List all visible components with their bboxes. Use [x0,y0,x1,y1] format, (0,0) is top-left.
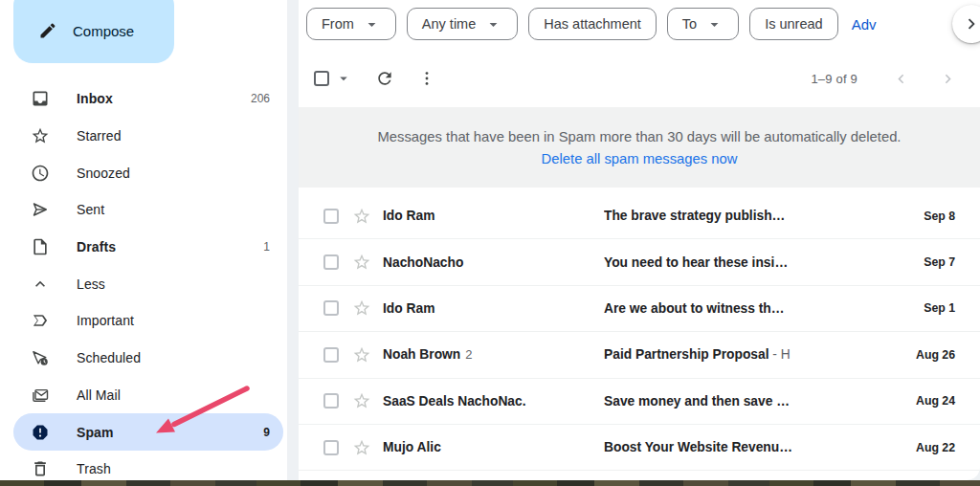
caret-down-icon [363,15,381,33]
email-subject: Save money and then save … [604,394,790,409]
refresh-icon[interactable] [375,69,394,88]
star-icon[interactable] [352,391,371,410]
select-checkbox[interactable] [323,347,339,363]
select-checkbox[interactable] [323,440,339,455]
email-row[interactable]: Mujo Alic Boost Your Website Revenu… Aug… [299,425,980,471]
sidebar-nav: Inbox 206 Starred Snoozed Sent Drafts 1 … [0,80,287,480]
send-icon [31,200,50,219]
star-icon [31,126,50,145]
chevron-right-icon [961,13,980,34]
sender-name: SaaS Deals NachoNac. [383,394,526,409]
caret-down-icon [705,15,724,33]
email-date: Aug 24 [900,394,955,408]
schedule-send-icon [31,348,50,367]
chips-scroll-button[interactable] [952,5,980,43]
star-icon[interactable] [352,438,371,457]
filter-chip-is-unread[interactable]: Is unread [749,8,837,40]
filter-chip-has-attachment[interactable]: Has attachment [528,8,657,40]
sidebar-item-sent[interactable]: Sent [13,191,283,229]
select-checkbox[interactable] [323,209,339,224]
pencil-icon [38,21,57,40]
chevron-left-icon[interactable] [892,70,910,88]
sidebar-item-all-mail[interactable]: All Mail [13,377,283,414]
item-count: 9 [263,426,270,439]
select-all-checkbox[interactable] [314,71,329,86]
spam-info-banner: Messages that have been in Spam more tha… [299,107,980,188]
item-count: 206 [251,92,270,105]
desktop-wallpaper-strip [0,480,980,486]
email-date: Aug 26 [900,348,955,362]
gmail-sidebar: Compose Inbox 206 Starred Snoozed Sent D… [0,0,287,480]
email-list: Ido Ram The brave strategy publish… Sep … [299,193,980,471]
email-subject: Paid Partnership Proposal [604,347,769,362]
compose-label: Compose [73,11,134,39]
sidebar-item-snoozed[interactable]: Snoozed [13,154,283,191]
filter-chip-any-time[interactable]: Any time [407,8,518,40]
email-row[interactable]: NachoNacho You need to hear these insi… … [299,239,980,285]
label-important-icon [31,311,50,330]
sidebar-item-scheduled[interactable]: Scheduled [13,340,283,377]
caret-down-icon[interactable] [335,70,352,87]
sidebar-item-important[interactable]: Important [13,302,283,340]
sidebar-main-divider [287,0,299,480]
filter-chip-to[interactable]: To [667,8,739,40]
sidebar-item-trash[interactable]: Trash [13,451,283,480]
sidebar-item-starred[interactable]: Starred [13,118,283,155]
sender-name: Mujo Alic [383,440,441,454]
sidebar-item-inbox[interactable]: Inbox 206 [13,80,283,118]
email-date: Sep 7 [900,255,955,269]
thread-count: 2 [465,347,472,362]
sidebar-item-spam[interactable]: Spam 9 [13,413,283,451]
filter-chip-from[interactable]: From [306,8,396,40]
select-checkbox[interactable] [323,393,339,409]
email-row[interactable]: Ido Ram The brave strategy publish… Sep … [299,193,980,239]
chevron-right-icon[interactable] [939,70,957,88]
delete-all-spam-link[interactable]: Delete all spam messages now [542,151,738,166]
email-subject: Boost Your Website Revenu… [604,440,792,454]
compose-button[interactable]: Compose [13,0,174,63]
star-icon[interactable] [352,253,371,272]
advanced-search-link[interactable]: Adv [852,16,877,33]
email-date: Aug 22 [900,441,955,454]
sender-name: NachoNacho [383,255,463,270]
spam-icon [31,423,50,442]
search-filter-chips: From Any time Has attachment To Is unrea… [299,0,980,40]
more-vert-icon[interactable] [417,69,436,88]
item-count: 1 [263,240,270,254]
sender-name: Ido Ram [383,301,434,316]
chevron-up-icon [31,275,50,294]
email-row[interactable]: Ido Ram Are we about to witness th… Sep … [299,286,980,332]
email-date: Sep 8 [900,210,955,223]
sender-name: Noah Brown [383,347,460,362]
email-subject: Are we about to witness th… [604,301,785,316]
select-checkbox[interactable] [323,254,339,270]
star-icon[interactable] [352,298,371,318]
list-toolbar: 1–9 of 9 [299,57,980,99]
clock-icon [31,164,50,183]
sender-name: Ido Ram [383,209,434,223]
spam-banner-message: Messages that have been in Spam more tha… [378,129,902,144]
all-mail-icon [31,386,50,405]
star-icon[interactable] [352,345,371,364]
inbox-icon [31,89,50,108]
star-icon[interactable] [352,207,371,226]
email-subject: The brave strategy publish… [604,209,785,223]
pagination-count: 1–9 of 9 [811,72,858,86]
sidebar-item-drafts[interactable]: Drafts 1 [13,229,283,266]
trash-icon [31,459,50,478]
mail-list-pane: From Any time Has attachment To Is unrea… [299,0,980,480]
select-checkbox[interactable] [323,300,339,316]
file-icon [31,237,50,256]
sidebar-item-less[interactable]: Less [13,265,283,302]
email-row[interactable]: Noah Brown 2 Paid Partnership Proposal -… [299,332,980,378]
email-snippet: - H [769,347,791,362]
email-subject: You need to hear these insi… [604,255,788,270]
email-row[interactable]: SaaS Deals NachoNac. Save money and then… [299,379,980,425]
email-date: Sep 1 [900,301,955,315]
caret-down-icon [484,15,502,33]
